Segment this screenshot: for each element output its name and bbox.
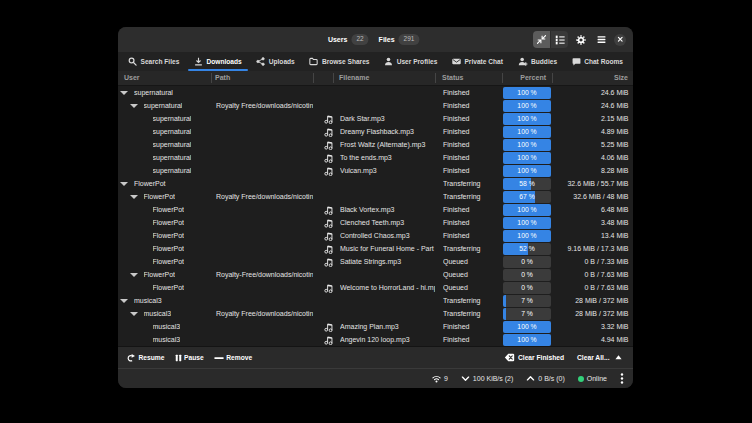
expander-arrow-icon[interactable] (130, 104, 138, 108)
preferences-button[interactable] (574, 33, 588, 47)
cell-percent: 100 % (503, 100, 551, 112)
cell-user: supernatural (153, 138, 192, 151)
table-row[interactable]: FlowerPotTransferring58 %32.6 MiB / 55.7… (118, 177, 633, 190)
tab-browse-shares[interactable]: Browse Shares (304, 52, 374, 71)
progress-bar: 7 % (503, 308, 551, 320)
table-row[interactable]: musical3Amazing Plan.mp3Finished100 %3.3… (118, 320, 633, 333)
clear-all-button[interactable]: Clear All... (577, 353, 623, 362)
close-window-button[interactable] (614, 34, 626, 46)
connections-indicator[interactable]: 9 (432, 375, 448, 383)
music-note-icon (324, 335, 333, 346)
table-row[interactable]: musical3Angevin 120 loop.mp3Finished100 … (118, 333, 633, 346)
table-header[interactable]: User Path Filename Status Percent Size (118, 71, 633, 86)
expander-arrow-icon[interactable] (130, 273, 138, 277)
table-row[interactable]: musical3Royalty Free/downloads/nicotineT… (118, 307, 633, 320)
headerbar[interactable]: Users 22 Files 291 (118, 27, 633, 52)
cell-percent: 100 % (503, 334, 551, 346)
cell-user: FlowerPot (153, 281, 185, 294)
table-row[interactable]: FlowerPotSatiate Strings.mp3Queued0 %0 B… (118, 255, 633, 268)
table-row[interactable]: FlowerPotWelcome to HorrorLand - hi.mp3Q… (118, 281, 633, 294)
cell-percent: 58 % (503, 178, 551, 190)
files-stat: Files 291 (379, 34, 420, 45)
progress-bar: 100 % (503, 113, 551, 125)
table-row[interactable]: supernaturalVulcan.mp3Finished100 %8.28 … (118, 164, 633, 177)
cell-size: 0 B / 7.63 MiB (552, 281, 629, 294)
pause-button[interactable]: Pause (175, 354, 204, 362)
table-row[interactable]: supernaturalDreamy Flashback.mp3Finished… (118, 125, 633, 138)
person-icon (384, 57, 393, 66)
resume-button[interactable]: Resume (126, 353, 165, 363)
collapse-view-button[interactable] (533, 31, 550, 48)
download-speed-indicator[interactable]: 100 KiB/s (2) (461, 374, 513, 383)
expander-arrow-icon[interactable] (120, 91, 128, 95)
cell-status: Finished (443, 216, 503, 229)
tab-uploads[interactable]: Uploads (251, 52, 300, 71)
cell-percent: 100 % (503, 204, 551, 216)
tab-private-chat[interactable]: Private Chat (447, 52, 508, 71)
column-header-filename[interactable]: Filename (339, 71, 369, 85)
column-header-user[interactable]: User (124, 71, 140, 85)
table-row[interactable]: supernaturalRoyalty Free/downloads/nicot… (118, 99, 633, 112)
cell-status: Finished (443, 203, 503, 216)
column-separator[interactable] (435, 73, 436, 83)
column-header-percent[interactable]: Percent (503, 71, 546, 85)
table-row[interactable]: FlowerPotRoyalty-Free/downloads/nicotine… (118, 268, 633, 281)
column-header-status[interactable]: Status (442, 71, 463, 85)
column-separator[interactable] (552, 73, 553, 83)
table-row[interactable]: FlowerPotMusic for Funeral Home - Part T… (118, 242, 633, 255)
clear-finished-button[interactable]: Clear Finished (504, 352, 564, 363)
tab-chat-rooms[interactable]: Chat Rooms (567, 52, 628, 71)
progress-bar: 67 % (503, 191, 551, 203)
action-bar-right: Clear Finished Clear All... (504, 352, 623, 363)
column-separator[interactable] (502, 73, 503, 83)
progress-bar: 100 % (503, 321, 551, 333)
view-toggle-group (533, 31, 568, 48)
tab-downloads[interactable]: Downloads (189, 52, 247, 71)
statusbar-menu[interactable] (620, 373, 624, 384)
expander-arrow-icon[interactable] (130, 195, 138, 199)
cell-user: FlowerPot (144, 268, 176, 281)
main-menu-button[interactable] (594, 33, 608, 47)
tab-user-profiles[interactable]: User Profiles (379, 52, 442, 71)
cell-user: supernatural (153, 151, 192, 164)
tab-buddies[interactable]: Buddies (513, 52, 563, 71)
table-row[interactable]: FlowerPotRoyalty Free/downloads/nicotine… (118, 190, 633, 203)
tab-search-files[interactable]: Search Files (123, 52, 184, 71)
cell-size: 0 B / 7.63 MiB (552, 268, 629, 281)
progress-bar: 100 % (503, 217, 551, 229)
files-count-badge: 291 (399, 34, 420, 45)
table-row[interactable]: FlowerPotClenched Teeth.mp3Finished100 %… (118, 216, 633, 229)
table-row[interactable]: supernaturalFinished100 %24.6 MiB (118, 86, 633, 99)
expand-view-button[interactable] (550, 31, 568, 48)
column-separator[interactable] (211, 73, 212, 83)
cell-percent: 100 % (503, 152, 551, 164)
downloads-table: supernaturalFinished100 %24.6 MiBsuperna… (118, 86, 633, 346)
table-row[interactable]: FlowerPotControlled Chaos.mp3Finished100… (118, 229, 633, 242)
expander-arrow-icon[interactable] (120, 182, 128, 186)
expander-arrow-icon[interactable] (120, 299, 128, 303)
table-row[interactable]: supernaturalDark Star.mp3Finished100 %2.… (118, 112, 633, 125)
cell-status: Finished (443, 138, 503, 151)
cell-user: supernatural (134, 86, 173, 99)
online-status[interactable]: Online (578, 375, 607, 382)
cell-user: musical3 (134, 294, 162, 307)
cell-filename: Music for Funeral Home - Part Two.mp3 (340, 242, 435, 255)
upload-speed-indicator[interactable]: 0 B/s (0) (526, 374, 564, 383)
table-row[interactable]: FlowerPotBlack Vortex.mp3Finished100 %6.… (118, 203, 633, 216)
remove-button[interactable]: Remove (214, 353, 253, 363)
search-icon (128, 57, 137, 66)
cell-user: FlowerPot (153, 255, 185, 268)
clear-finished-label: Clear Finished (518, 354, 564, 361)
column-header-size[interactable]: Size (552, 71, 628, 85)
kebab-menu-icon (620, 373, 624, 384)
expander-arrow-icon[interactable] (130, 312, 138, 316)
column-separator[interactable] (313, 73, 314, 83)
pause-label: Pause (184, 354, 204, 361)
table-row[interactable]: musical3Transferring7 %28 MiB / 372 MiB (118, 294, 633, 307)
main-tab-bar: Search FilesDownloadsUploadsBrowse Share… (118, 52, 633, 71)
column-header-path[interactable]: Path (215, 71, 230, 85)
progress-bar: 100 % (503, 87, 551, 99)
table-row[interactable]: supernaturalFrost Waltz (Alternate).mp3F… (118, 138, 633, 151)
table-row[interactable]: supernaturalTo the ends.mp3Finished100 %… (118, 151, 633, 164)
column-separator[interactable] (333, 73, 334, 83)
